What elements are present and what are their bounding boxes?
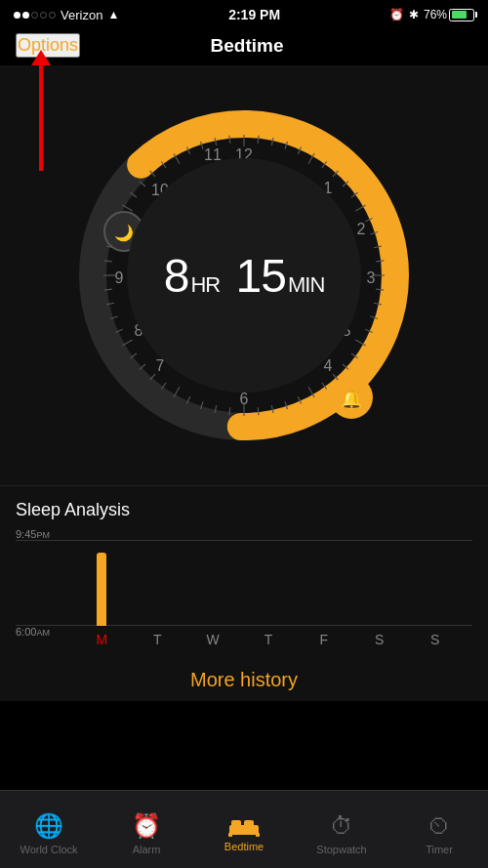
tab-alarm[interactable]: ⏰ Alarm [98, 805, 195, 855]
stopwatch-icon: ⏱ [330, 812, 353, 840]
svg-line-31 [258, 407, 259, 415]
svg-rect-83 [256, 833, 260, 837]
svg-line-61 [229, 136, 230, 144]
day-bar [97, 553, 106, 626]
status-right: ⏰ ✱ 76% [389, 8, 474, 21]
chart-bottom-ampm: AM [36, 628, 50, 638]
hr-label: HR [190, 272, 220, 298]
red-arrow-indicator [39, 63, 43, 171]
svg-rect-82 [228, 833, 232, 837]
day-label: T [153, 632, 162, 647]
signal-dot-2 [22, 12, 29, 19]
chart-top-time: 9:45 [16, 528, 36, 540]
svg-text:6: 6 [240, 391, 249, 407]
chart-area: 9:45PM 6:00AM MTWTFSS [16, 524, 472, 651]
tab-stopwatch[interactable]: ⏱ Stopwatch [293, 805, 390, 855]
svg-line-18 [376, 289, 384, 290]
hours-value: 8 [164, 249, 189, 303]
wifi-icon: ▲ [107, 8, 119, 21]
minutes-value: 15 [236, 249, 286, 303]
analysis-section: Sleep Analysis 9:45PM 6:00AM MTWTFSS [0, 485, 488, 651]
day-column: F [296, 540, 351, 626]
signal-dot-3 [31, 12, 38, 19]
battery-icon [449, 9, 474, 21]
tab-world-clock[interactable]: 🌐 World Clock [0, 805, 98, 855]
world-clock-icon: 🌐 [34, 812, 63, 840]
signal-dot-5 [49, 12, 56, 19]
tab-bedtime-label: Bedtime [224, 841, 264, 852]
battery-container: 76% [424, 8, 474, 21]
day-column: M [74, 540, 130, 626]
svg-text:2: 2 [357, 221, 366, 237]
day-column: W [185, 540, 241, 626]
nav-bar: Options Bedtime [0, 27, 488, 65]
day-label: T [264, 632, 273, 647]
chart-bottom-label: 6:00AM [16, 626, 50, 638]
day-label: S [375, 632, 384, 647]
status-time: 2:19 PM [228, 7, 280, 22]
status-left: Verizon ▲ [14, 8, 119, 22]
chart-bar-area: MTWTFSS [74, 540, 463, 626]
min-label: MIN [288, 272, 324, 298]
svg-line-33 [229, 407, 230, 415]
chart-top-label: 9:45PM [16, 528, 50, 540]
clock-face: 8HR 15MIN [127, 158, 361, 393]
svg-line-48 [104, 261, 112, 262]
tab-alarm-label: Alarm [133, 844, 161, 855]
tab-timer-label: Timer [426, 844, 453, 855]
svg-text:9: 9 [115, 269, 124, 286]
tab-stopwatch-label: Stopwatch [316, 844, 366, 855]
signal-dot-1 [14, 12, 20, 19]
day-label: F [320, 632, 329, 647]
carrier-label: Verizon [61, 8, 102, 22]
svg-line-46 [104, 289, 112, 290]
bedtime-icon [228, 815, 260, 837]
svg-line-3 [258, 136, 259, 144]
page-title: Bedtime [211, 35, 284, 57]
chart-bottom-time: 6:00 [16, 626, 36, 638]
battery-fill [452, 11, 468, 19]
svg-line-16 [376, 261, 384, 262]
bluetooth-icon: ✱ [409, 8, 419, 21]
day-label: W [207, 632, 220, 647]
clock-time-display: 8HR 15MIN [164, 249, 325, 303]
battery-percent: 76% [424, 8, 447, 21]
day-column: T [241, 540, 297, 626]
tab-timer[interactable]: ⏲ Timer [390, 805, 488, 855]
day-column: S [351, 540, 407, 626]
alarm-icon: ⏰ [132, 812, 161, 840]
analysis-title: Sleep Analysis [16, 500, 472, 520]
more-history-text[interactable]: More history [190, 669, 298, 690]
clock-section: 12 1 3 4 6 7 9 10 2 5 8 11 🌙 🔔 8HR 15MIN [0, 65, 488, 485]
chart-top-ampm: PM [36, 530, 50, 540]
day-label: S [430, 632, 439, 647]
tab-bar: 🌐 World Clock ⏰ Alarm Bedtime ⏱ Stopwatc… [0, 790, 488, 868]
svg-rect-80 [231, 820, 241, 827]
day-label: M [97, 632, 108, 647]
day-column: S [407, 540, 463, 626]
timer-icon: ⏲ [427, 812, 451, 840]
svg-rect-81 [244, 820, 254, 827]
signal-dots [14, 12, 56, 19]
tab-bedtime[interactable]: Bedtime [195, 807, 293, 852]
svg-text:🔔: 🔔 [341, 389, 363, 410]
status-bar: Verizon ▲ 2:19 PM ⏰ ✱ 76% [0, 0, 488, 27]
alarm-status-icon: ⏰ [389, 8, 404, 21]
tab-world-clock-label: World Clock [20, 844, 77, 855]
svg-text:3: 3 [367, 269, 376, 286]
svg-text:🌙: 🌙 [114, 224, 134, 242]
clock-ring-container[interactable]: 12 1 3 4 6 7 9 10 2 5 8 11 🌙 🔔 8HR 15MIN [78, 109, 410, 441]
more-history-section[interactable]: More history [0, 651, 488, 701]
day-column: T [130, 540, 185, 626]
signal-dot-4 [40, 12, 47, 19]
